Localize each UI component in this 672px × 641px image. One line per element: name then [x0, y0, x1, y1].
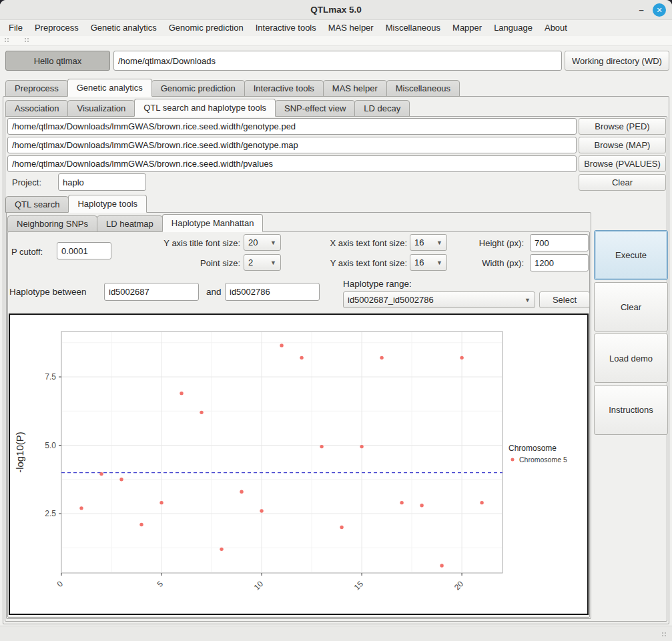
tab-ld-decay[interactable]: LD decay — [354, 100, 410, 117]
chevron-down-icon: ▼ — [436, 239, 442, 246]
height-px-input[interactable] — [530, 234, 589, 251]
status-strip — [0, 626, 672, 641]
main-tab-bar: Preprocess Genetic analytics Genomic pre… — [5, 79, 459, 97]
haplotype-between-label: Haplotype between — [9, 287, 87, 297]
svg-text:20: 20 — [452, 579, 466, 592]
y-axis-text-font-size-value: 16 — [414, 257, 434, 267]
tab-association[interactable]: Association — [5, 100, 68, 117]
svg-text:5: 5 — [155, 579, 165, 589]
haplotype-and-label: and — [206, 287, 222, 297]
tab-qtl-search-haplotype-tools[interactable]: QTL search and haplotype tools — [134, 99, 276, 117]
working-directory-button[interactable]: Working directory (WD) — [565, 51, 669, 71]
p-cutoff-label: P cutoff: — [11, 247, 43, 257]
close-button[interactable]: ✕ — [653, 3, 666, 17]
x-axis-text-font-size-select[interactable]: 16 ▼ — [410, 234, 447, 251]
menu-mapper[interactable]: Mapper — [446, 20, 488, 36]
clear-paths-button[interactable]: Clear — [579, 174, 666, 191]
svg-text:Chromosome 5: Chromosome 5 — [519, 456, 567, 464]
tab-miscellaneous[interactable]: Miscellaneous — [386, 80, 460, 97]
tab-visualization[interactable]: Visualization — [67, 100, 135, 117]
svg-text:2.5: 2.5 — [45, 509, 56, 518]
title-bar: QTLmax 5.0 — [0, 0, 672, 20]
menu-genetic-analytics[interactable]: Genetic analytics — [85, 20, 163, 36]
browse-ped-button[interactable]: Browse (PED) — [579, 118, 666, 135]
app-window: QTLmax 5.0 – ✕ File Preprocess Genetic a… — [0, 0, 672, 641]
haplotype-range-label: Haplotype range: — [343, 279, 412, 289]
project-label: Project: — [12, 177, 41, 187]
project-input[interactable] — [58, 173, 146, 191]
menu-language[interactable]: Language — [488, 20, 539, 36]
tab-interactive-tools[interactable]: Interactive tools — [244, 80, 324, 97]
menu-preprocess[interactable]: Preprocess — [29, 20, 85, 36]
select-range-button[interactable]: Select — [539, 291, 590, 308]
menu-miscellaneous[interactable]: Miscellaneous — [380, 20, 446, 36]
instructions-button[interactable]: Instructions — [594, 385, 668, 435]
y-axis-text-font-size-select[interactable]: 16 ▼ — [410, 254, 447, 271]
svg-text:Chromosome: Chromosome — [509, 444, 557, 453]
haplotype-range-select[interactable]: id5002687_id5002786 ▼ — [343, 291, 535, 308]
p-cutoff-input[interactable] — [57, 242, 111, 259]
browse-pvalues-button[interactable]: Browse (PVALUES) — [579, 155, 666, 172]
width-px-input[interactable] — [530, 254, 589, 271]
menu-genomic-prediction[interactable]: Genomic prediction — [163, 20, 250, 36]
width-px-label: Width (px): — [459, 258, 524, 268]
ped-path-input[interactable] — [7, 118, 577, 135]
y-axis-title-font-size-value: 20 — [248, 237, 268, 247]
chevron-down-icon: ▼ — [270, 259, 276, 266]
point-size-label: Point size: — [133, 258, 240, 268]
tab-haplotype-manhattan[interactable]: Haplotype Manhattan — [162, 214, 264, 232]
tab-genomic-prediction[interactable]: Genomic prediction — [151, 80, 245, 97]
tab-neighboring-snps[interactable]: Neighboring SNPs — [7, 215, 97, 232]
window-title: QTLmax 5.0 — [0, 0, 672, 20]
minimize-button[interactable]: – — [635, 5, 647, 16]
svg-text:5.0: 5.0 — [45, 441, 56, 450]
working-directory-input[interactable] — [113, 51, 562, 71]
height-px-label: Height (px): — [459, 238, 524, 248]
tab-haplotype-tools[interactable]: Haplotype tools — [68, 195, 147, 213]
menu-bar: File Preprocess Genetic analytics Genomi… — [0, 20, 672, 36]
chevron-down-icon: ▼ — [436, 259, 442, 266]
toolbar-strip — [0, 36, 672, 46]
x-axis-text-font-size-label: X axis text font size: — [300, 238, 407, 248]
tab-mas-helper[interactable]: MAS helper — [323, 80, 387, 97]
svg-text:7.5: 7.5 — [45, 372, 56, 382]
menu-about[interactable]: About — [539, 20, 573, 36]
tab-genetic-analytics[interactable]: Genetic analytics — [67, 79, 152, 97]
y-axis-text-font-size-label: Y axis text font size: — [300, 258, 407, 268]
svg-text:0: 0 — [55, 579, 65, 589]
analytics-tab-bar: Association Visualization QTL search and… — [5, 99, 409, 117]
menu-interactive-tools[interactable]: Interactive tools — [250, 20, 322, 36]
tab-qtl-search[interactable]: QTL search — [5, 196, 69, 213]
tab-ld-heatmap[interactable]: LD heatmap — [97, 215, 163, 232]
x-axis-text-font-size-value: 16 — [414, 237, 434, 247]
chevron-down-icon: ▼ — [270, 239, 276, 246]
manhattan-plot-container: 051015202.55.07.5-log10(P)ChromosomeChro… — [9, 313, 589, 615]
manhattan-plot: 051015202.55.07.5-log10(P)ChromosomeChro… — [10, 315, 587, 614]
map-path-input[interactable] — [7, 137, 577, 153]
point-size-select[interactable]: 2 ▼ — [244, 254, 281, 271]
tab-preprocess[interactable]: Preprocess — [5, 80, 68, 97]
haplotype-tab-bar: Neighboring SNPs LD heatmap Haplotype Ma… — [7, 214, 262, 232]
toolbar-drag-handle-icon[interactable] — [24, 37, 29, 44]
pvalues-path-input[interactable] — [7, 155, 577, 172]
y-axis-title-font-size-select[interactable]: 20 ▼ — [244, 234, 281, 251]
load-demo-button[interactable]: Load demo — [594, 334, 668, 383]
point-size-value: 2 — [248, 257, 268, 267]
execute-button[interactable]: Execute — [594, 230, 668, 280]
svg-text:15: 15 — [352, 579, 366, 592]
hello-user-button[interactable]: Hello qtlmax — [5, 51, 110, 71]
svg-text:10: 10 — [252, 579, 266, 592]
menu-mas-helper[interactable]: MAS helper — [322, 20, 380, 36]
resize-grip-icon[interactable] — [661, 632, 667, 638]
haplotype-range-value: id5002687_id5002786 — [348, 295, 522, 305]
haplotype-from-input[interactable] — [104, 283, 199, 301]
clear-button[interactable]: Clear — [594, 282, 668, 332]
chevron-down-icon: ▼ — [525, 297, 531, 303]
haplotype-to-input[interactable] — [225, 283, 320, 301]
toolbar-drag-handle-icon[interactable] — [4, 37, 9, 44]
menu-file[interactable]: File — [3, 20, 29, 36]
browse-map-button[interactable]: Browse (MAP) — [579, 137, 666, 153]
tab-snp-effect-view[interactable]: SNP-effect view — [275, 100, 355, 117]
tool-tab-bar: QTL search Haplotype tools — [5, 195, 146, 213]
y-axis-title-font-size-label: Y axis title font size: — [133, 238, 240, 248]
